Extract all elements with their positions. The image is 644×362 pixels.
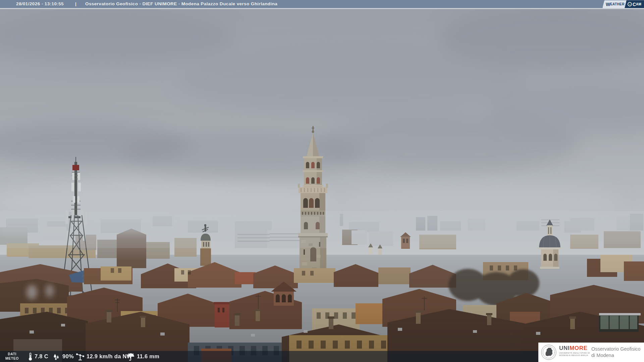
weathercam-word-cam-rest: AM [636, 2, 641, 6]
temperature-value: 7.8 C [35, 353, 48, 360]
thermometer-icon [28, 352, 33, 361]
unimore-wordmark: UNIMORE [559, 345, 590, 351]
temperature-item: 7.8 C [28, 351, 48, 362]
weathercam-logo: WEATHER CAM [603, 0, 644, 8]
wind-value: 12.9 km/h da NW [87, 353, 132, 360]
humidity-value: 90% [62, 353, 74, 360]
university-seal-icon [541, 345, 556, 360]
weather-bar-label: DATI METEO [4, 352, 20, 361]
timestamp: 28/01/2026 - 13:10:55 [16, 0, 64, 8]
humidity-icon [52, 353, 60, 361]
webcam-title: Osservatorio Geofisico - DIEF UNIMORE - … [85, 0, 277, 8]
webcam-frame: 28/01/2026 - 13:10:55 | Osservatorio Geo… [0, 0, 644, 362]
observatory-name: Osservatorio Geofisico di Modena [591, 346, 641, 359]
separator: | [75, 0, 76, 8]
weathercam-word-cam-initial: C [633, 2, 636, 7]
precipitation-item: 11.6 mm [127, 351, 159, 362]
wind-icon [76, 353, 85, 361]
weathercam-word-weather-rest: EATHER [610, 2, 625, 6]
city-panorama-photo [0, 0, 644, 362]
humidity-item: 90% [52, 351, 74, 362]
university-subtitle: UNIVERSITÀ DEGLI STUDI DI MODENA E REGGI… [559, 352, 590, 357]
weathercam-word-weather-initial: W [606, 2, 610, 7]
rain-icon [127, 353, 135, 361]
precipitation-value: 11.6 mm [137, 353, 159, 360]
unimore-logo-box: UNIMORE UNIVERSITÀ DEGLI STUDI DI MODENA… [538, 343, 644, 362]
camera-lens-icon [628, 2, 632, 6]
header-bar: 28/01/2026 - 13:10:55 | Osservatorio Geo… [0, 0, 644, 9]
wind-item: 12.9 km/h da NW [76, 351, 132, 362]
